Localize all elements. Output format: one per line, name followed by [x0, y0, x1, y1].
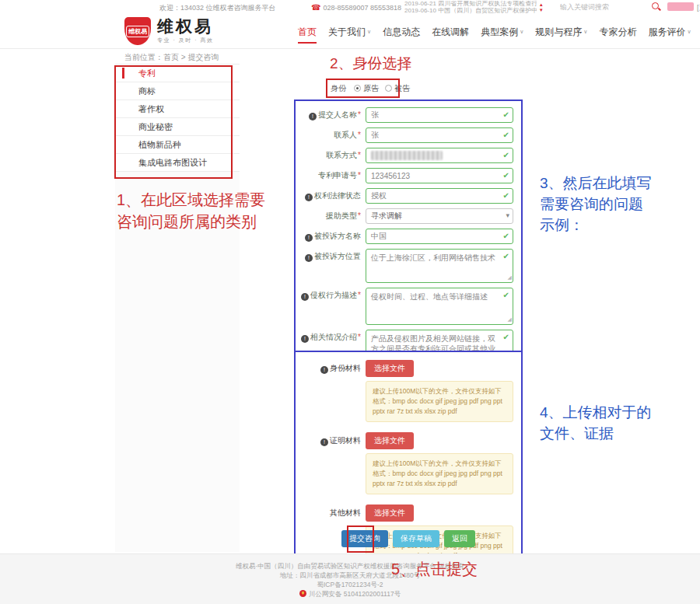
annotation-step3: 3、然后在此填写 需要咨询的问题 示例： — [540, 173, 652, 236]
choose-file-button[interactable]: 选择文件 — [366, 432, 414, 449]
field: ✔ — [366, 148, 513, 163]
valid-check-icon: ✔ — [503, 151, 509, 159]
footer-line: 维权易·中国（四川）自由贸易试验区知识产权维权援助咨询服务平台 版权所有 — [0, 561, 700, 571]
field-label: !提交人名称* — [296, 107, 366, 123]
sidebar-item-5[interactable]: 集成电路布图设计 — [115, 154, 240, 172]
sidebar-item-2[interactable]: 著作权 — [115, 100, 240, 118]
notice-line[interactable]: 2019-06-21 四川省开展知识产权执法专项检查行动 — [404, 1, 537, 7]
consultation-form-panel: !提交人名称*张✔联系人*张✔联系方式*✔专利申请号*123456123✔!权利… — [294, 100, 523, 372]
phone-number: ☎028-85589007 85553818 — [311, 3, 401, 12]
text-input[interactable]: 张 — [366, 127, 513, 143]
sidebar-item-1[interactable]: 商标 — [115, 82, 240, 100]
nav-item-7[interactable]: 服务评价∨ — [648, 26, 691, 44]
text-input[interactable]: 张 — [366, 107, 513, 123]
info-icon: ! — [320, 438, 328, 446]
form-row: !侵权行为描述*侵权时间、过程、地点等详细描述◢✔ — [296, 288, 513, 325]
nav-item-1[interactable]: 关于我们∨ — [328, 26, 371, 44]
back-button[interactable]: 返回 — [444, 530, 475, 547]
upload-format-note: 建议上传100M以下的文件，文件仅支持如下格式：bmp doc docx gif… — [366, 381, 513, 422]
site-tagline: 专业 · 及时 · 高效 — [157, 37, 213, 44]
text-input[interactable]: 中国 — [366, 229, 513, 244]
upload-body: 选择文件建议上传100M以下的文件，文件仅支持如下格式：bmp doc docx… — [366, 432, 513, 494]
field-label-text: 被投诉方位置 — [314, 252, 361, 260]
input-value: 张 — [371, 110, 379, 120]
choose-file-button[interactable]: 选择文件 — [366, 360, 414, 377]
upload-group: !身份材料选择文件建议上传100M以下的文件，文件仅支持如下格式：bmp doc… — [296, 360, 513, 422]
chevron-down-icon: ∨ — [583, 29, 587, 34]
upload-format-note: 建议上传100M以下的文件，文件仅支持如下格式：bmp doc docx gif… — [366, 453, 513, 494]
textarea-input[interactable]: 侵权时间、过程、地点等详细描述◢ — [366, 288, 513, 325]
text-input[interactable]: 授权 — [366, 188, 513, 204]
carousel-up-icon[interactable]: ▴ — [540, 2, 543, 7]
nav-item-label: 在线调解 — [432, 26, 469, 37]
notice-line[interactable]: 2019-06-10 中国（四川）自贸区知识产权保护中心运行 — [404, 8, 537, 14]
field: 位于上海徐汇区，利用网络销售技术◢✔ — [366, 249, 513, 283]
valid-check-icon: ✔ — [503, 191, 509, 200]
valid-check-icon: ✔ — [503, 232, 509, 240]
nav-item-0[interactable]: 首页 — [298, 26, 317, 44]
valid-check-icon: ✔ — [503, 171, 509, 180]
sidebar-item-3[interactable]: 商业秘密 — [115, 118, 240, 136]
field-label-text: 被投诉方名称 — [314, 232, 361, 240]
info-icon: ! — [305, 254, 313, 262]
username-badge[interactable] — [667, 2, 694, 11]
chevron-down-icon: ∨ — [367, 29, 371, 34]
logo-text-block: 维权易 专业 · 及时 · 高效 — [157, 18, 213, 44]
phone-icon: ☎ — [311, 3, 320, 12]
resize-handle-icon[interactable]: ◢ — [508, 314, 512, 324]
select-caret-icon: ▾ — [506, 211, 509, 219]
form-actions: 提交咨询保存草稿返回 — [294, 530, 523, 547]
site-name: 维权易 — [157, 18, 213, 35]
nav-item-3[interactable]: 在线调解 — [432, 26, 469, 44]
field-label: 联系人* — [296, 127, 366, 143]
submit-button[interactable]: 提交咨询 — [341, 530, 388, 547]
select-input[interactable]: 寻求调解 — [366, 208, 513, 224]
nav-item-2[interactable]: 信息动态 — [383, 26, 420, 44]
choose-file-button[interactable]: 选择文件 — [366, 504, 414, 522]
field-label: 专利申请号* — [296, 168, 366, 183]
text-input[interactable] — [366, 148, 513, 163]
sidebar-item-4[interactable]: 植物新品种 — [115, 136, 240, 154]
upload-label-text: 其他材料 — [330, 508, 361, 517]
upload-label: !身份材料 — [296, 360, 366, 422]
input-value: 123456123 — [371, 172, 410, 180]
identity-selector: 身份 原告被告 — [331, 81, 416, 96]
nav-item-label: 信息动态 — [383, 26, 420, 37]
nav-item-4[interactable]: 典型案例∨ — [481, 26, 523, 44]
field: 授权✔ — [366, 188, 513, 204]
form-row: !提交人名称*张✔ — [296, 107, 513, 123]
site-footer: 维权易·中国（四川）自由贸易试验区知识产权维权援助咨询服务平台 版权所有地址：四… — [0, 553, 700, 604]
footer-line: 地址：四川省成都市高新区天府大道北段1480号 — [0, 571, 700, 580]
nav-item-6[interactable]: 专家分析 — [599, 26, 636, 44]
textarea-value: 位于上海徐汇区，利用网络销售技术 — [371, 253, 495, 262]
field-label-text: 权利法律状态 — [314, 191, 361, 200]
nav-item-5[interactable]: 规则与程序∨ — [535, 26, 587, 44]
identity-radio-0[interactable] — [354, 85, 361, 92]
form-row: !被投诉方名称中国✔ — [296, 229, 513, 244]
notice-carousel-controls: ▴ ▾ — [540, 2, 543, 12]
field-label: !被投诉方名称 — [296, 229, 366, 244]
form-row: !权利法律状态授权✔ — [296, 188, 513, 204]
text-input[interactable]: 123456123 — [366, 168, 513, 183]
carousel-down-icon[interactable]: ▾ — [540, 7, 543, 12]
valid-check-icon: ✔ — [503, 333, 509, 341]
nav-item-label: 服务评价 — [648, 26, 685, 37]
textarea-input[interactable]: 位于上海徐汇区，利用网络销售技术◢ — [366, 249, 513, 283]
footer-line: 蜀ICP备17021234号-2 — [0, 580, 700, 589]
save-draft-button[interactable]: 保存草稿 — [393, 530, 439, 547]
resize-handle-icon[interactable]: ◢ — [508, 272, 512, 282]
search-icon[interactable] — [652, 2, 659, 9]
field: 张✔ — [366, 127, 513, 143]
info-icon: ! — [309, 113, 317, 120]
annotation-step2: 2、身份选择 — [330, 54, 412, 74]
search-input[interactable] — [560, 1, 646, 12]
main-nav: 首页关于我们∨信息动态在线调解典型案例∨规则与程序∨专家分析服务评价∨ — [298, 26, 691, 44]
annotation-step4: 4、上传相对于的 文件、证据 — [540, 402, 652, 444]
identity-radio-1[interactable] — [385, 85, 392, 92]
chevron-down-icon: ∨ — [687, 29, 691, 34]
select-value: 寻求调解 — [371, 211, 402, 222]
required-asterisk: * — [358, 171, 361, 180]
field-label-text: 联系人 — [334, 131, 357, 139]
field: 中国✔ — [366, 229, 513, 244]
sidebar-item-0[interactable]: 专利 — [115, 65, 240, 82]
